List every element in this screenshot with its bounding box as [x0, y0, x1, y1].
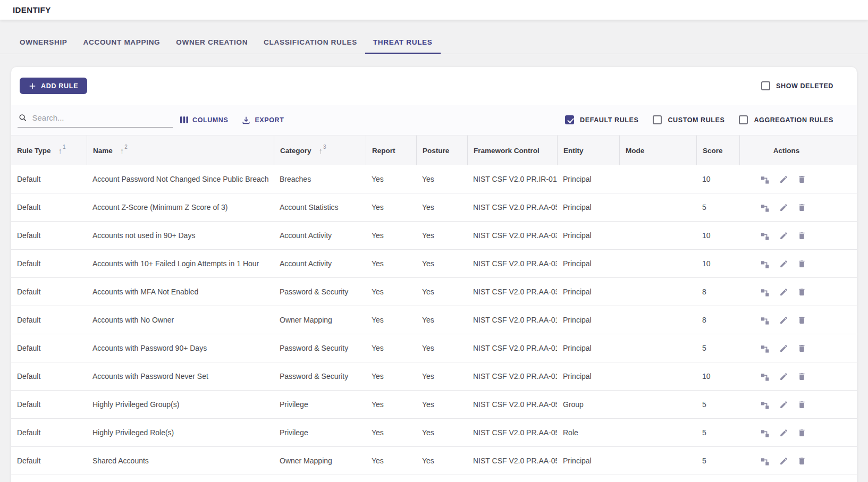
aggregation-rules-checkbox[interactable]	[739, 115, 748, 124]
tab-classification-rules[interactable]: CLASSIFICATION RULES	[256, 31, 365, 54]
hierarchy-icon[interactable]	[759, 342, 771, 354]
cell-posture: Yes	[416, 193, 467, 221]
hierarchy-icon[interactable]	[759, 370, 771, 383]
cell-entity: Principal	[557, 362, 619, 390]
delete-icon[interactable]	[796, 230, 807, 241]
hierarchy-icon[interactable]	[759, 427, 771, 439]
export-button[interactable]: EXPORT	[242, 116, 284, 124]
column-header-entity[interactable]: Entity	[557, 136, 619, 165]
cell-name: Highly Privileged Role(s)	[87, 419, 274, 446]
edit-icon[interactable]	[778, 286, 789, 298]
delete-icon[interactable]	[796, 258, 807, 269]
edit-icon[interactable]	[778, 258, 789, 269]
delete-icon[interactable]	[796, 202, 807, 213]
cell-rule-type: Default	[11, 165, 87, 193]
cell-rule-type: Default	[11, 278, 87, 306]
cell-report: Yes	[366, 419, 416, 446]
hierarchy-icon[interactable]	[759, 314, 771, 326]
cell-rule-type: Default	[11, 222, 87, 249]
columns-label: COLUMNS	[192, 116, 228, 124]
edit-icon[interactable]	[778, 343, 789, 354]
column-header-name[interactable]: Name ↑2	[87, 136, 274, 165]
aggregation-rules-label: AGGREGATION RULES	[754, 116, 833, 124]
edit-icon[interactable]	[778, 427, 789, 438]
column-header-category[interactable]: Category ↑3	[274, 136, 366, 165]
edit-icon[interactable]	[778, 315, 789, 326]
cell-category: Owner Mapping	[274, 447, 366, 475]
column-header-report[interactable]: Report	[366, 136, 416, 165]
hierarchy-icon[interactable]	[759, 399, 771, 411]
cell-actions	[739, 222, 857, 249]
tabbar-wrap: OWNERSHIP ACCOUNT MAPPING OWNER CREATION…	[0, 20, 868, 54]
cell-score: 5	[696, 391, 739, 418]
table-row: Default Accounts not used in 90+ Days Ac…	[11, 222, 857, 250]
hierarchy-icon[interactable]	[759, 455, 771, 467]
hierarchy-icon[interactable]	[759, 286, 771, 298]
delete-icon[interactable]	[796, 286, 807, 298]
cell-report: Yes	[366, 278, 416, 306]
filter-custom-rules[interactable]: CUSTOM RULES	[653, 115, 724, 124]
sort-asc-icon: ↑1	[58, 146, 65, 155]
filter-default-rules[interactable]: DEFAULT RULES	[565, 115, 638, 124]
cell-category: Owner Mapping	[274, 306, 366, 334]
tab-account-mapping[interactable]: ACCOUNT MAPPING	[75, 31, 168, 54]
cell-mode	[619, 362, 696, 390]
cell-actions	[739, 278, 857, 306]
cell-score: 10	[696, 250, 739, 277]
show-deleted-toggle[interactable]: SHOW DELETED	[761, 81, 833, 90]
cell-report: Yes	[366, 334, 416, 362]
cell-mode	[619, 306, 696, 334]
hierarchy-icon[interactable]	[759, 258, 771, 270]
cell-framework-control: NIST CSF V2.0 PR.AA-05	[467, 391, 557, 418]
cell-posture: Yes	[416, 306, 467, 334]
filter-aggregation-rules[interactable]: AGGREGATION RULES	[739, 115, 833, 124]
cell-entity: Principal	[557, 250, 619, 277]
cell-category: Password & Security	[274, 278, 366, 306]
cell-score: 10	[696, 222, 739, 249]
column-header-score[interactable]: Score	[696, 136, 739, 165]
delete-icon[interactable]	[796, 343, 807, 354]
table-body: Default Account Password Not Changed Sin…	[11, 165, 857, 475]
delete-icon[interactable]	[796, 455, 807, 467]
custom-rules-label: CUSTOM RULES	[668, 116, 724, 124]
default-rules-checkbox[interactable]	[565, 115, 574, 124]
search-box[interactable]	[18, 112, 173, 128]
delete-icon[interactable]	[796, 371, 807, 382]
delete-icon[interactable]	[796, 174, 807, 185]
edit-icon[interactable]	[778, 202, 789, 213]
delete-icon[interactable]	[796, 315, 807, 326]
hierarchy-icon[interactable]	[759, 173, 771, 185]
cell-name: Accounts with 10+ Failed Login Attempts …	[87, 250, 274, 277]
hierarchy-icon[interactable]	[759, 230, 771, 242]
column-header-framework-control[interactable]: Framework Control	[467, 136, 557, 165]
search-input[interactable]	[32, 113, 172, 122]
column-header-rule-type[interactable]: Rule Type ↑1	[11, 136, 87, 165]
edit-icon[interactable]	[778, 230, 789, 241]
threat-rules-panel: ADD RULE SHOW DELETED COLUMNS EXPORT DEF…	[11, 67, 857, 482]
cell-category: Password & Security	[274, 362, 366, 390]
hierarchy-icon[interactable]	[759, 201, 771, 214]
tab-ownership[interactable]: OWNERSHIP	[12, 31, 75, 54]
edit-icon[interactable]	[778, 174, 789, 185]
cell-framework-control: NIST CSF V2.0 PR.AA-03	[467, 222, 557, 249]
delete-icon[interactable]	[796, 399, 807, 410]
cell-framework-control: NIST CSF V2.0 PR.AA-05	[467, 193, 557, 221]
cell-actions	[739, 250, 857, 277]
show-deleted-checkbox[interactable]	[761, 81, 770, 90]
table-header: Rule Type ↑1 Name ↑2 Category ↑3 Report …	[11, 135, 857, 165]
cell-score: 10	[696, 362, 739, 390]
columns-button[interactable]: COLUMNS	[180, 116, 228, 124]
tab-threat-rules[interactable]: THREAT RULES	[365, 31, 441, 54]
edit-icon[interactable]	[778, 371, 789, 382]
column-header-posture[interactable]: Posture	[416, 136, 467, 165]
column-header-mode[interactable]: Mode	[619, 136, 696, 165]
add-rule-button[interactable]: ADD RULE	[20, 78, 87, 94]
custom-rules-checkbox[interactable]	[653, 115, 662, 124]
cell-score: 5	[696, 447, 739, 475]
edit-icon[interactable]	[778, 399, 789, 410]
cell-posture: Yes	[416, 419, 467, 446]
edit-icon[interactable]	[778, 455, 789, 467]
cell-name: Highly Privileged Group(s)	[87, 391, 274, 418]
tab-owner-creation[interactable]: OWNER CREATION	[168, 31, 256, 54]
delete-icon[interactable]	[796, 427, 807, 438]
